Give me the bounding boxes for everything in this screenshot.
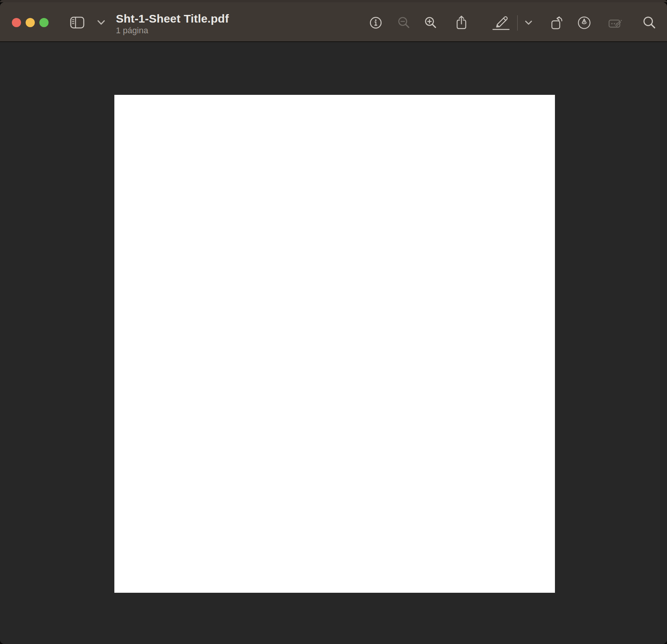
highlight-pen-icon bbox=[492, 15, 514, 30]
pdf-page bbox=[114, 95, 555, 593]
sidebar-toggle-button[interactable] bbox=[69, 15, 86, 30]
preview-window: Sht-1-Sheet Title.pdf 1 página bbox=[0, 2, 667, 644]
info-button[interactable] bbox=[368, 15, 383, 30]
rotate-left-button[interactable] bbox=[550, 15, 565, 30]
markup-button[interactable] bbox=[576, 15, 592, 30]
markup-pen-nib-icon bbox=[577, 16, 591, 30]
page-count-label: 1 página bbox=[116, 26, 229, 36]
zoom-in-icon bbox=[424, 16, 438, 29]
search-button[interactable] bbox=[642, 15, 657, 30]
info-icon bbox=[369, 16, 382, 29]
document-view bbox=[0, 42, 667, 643]
screen: { "app": "Preview", "titlebar": { "title… bbox=[0, 0, 667, 644]
document-title: Sht-1-Sheet Title.pdf bbox=[116, 12, 229, 25]
highlight-button[interactable] bbox=[491, 15, 515, 30]
zoom-window-button[interactable] bbox=[39, 18, 49, 27]
zoom-in-button[interactable] bbox=[423, 15, 438, 30]
highlight-options-chevron-icon bbox=[525, 20, 532, 25]
rotate-left-icon bbox=[550, 16, 565, 30]
share-icon bbox=[455, 15, 468, 30]
highlight-options-button[interactable] bbox=[522, 15, 535, 30]
zoom-out-button[interactable] bbox=[396, 15, 412, 30]
search-icon bbox=[643, 16, 657, 30]
text-annotation-button[interactable] bbox=[607, 15, 624, 30]
share-button[interactable] bbox=[454, 15, 469, 30]
sidebar-toggle-icon bbox=[70, 16, 85, 29]
toolbar-divider bbox=[517, 15, 518, 31]
minimize-button[interactable] bbox=[26, 18, 35, 27]
sidebar-options-button[interactable] bbox=[94, 15, 107, 30]
close-button[interactable] bbox=[12, 18, 21, 27]
zoom-out-icon bbox=[397, 16, 411, 29]
sidebar-chevron-icon bbox=[97, 20, 105, 25]
document-title-block: Sht-1-Sheet Title.pdf 1 página bbox=[116, 12, 229, 36]
text-annotation-icon bbox=[608, 16, 623, 29]
titlebar: Sht-1-Sheet Title.pdf 1 página bbox=[0, 2, 667, 42]
